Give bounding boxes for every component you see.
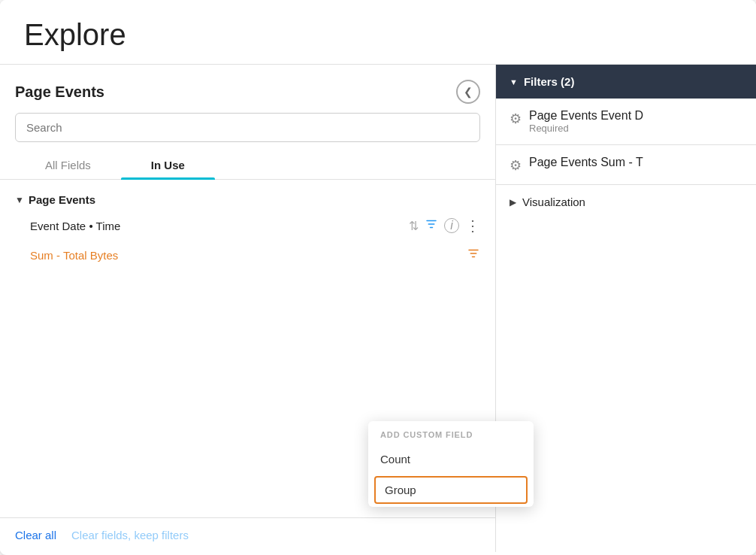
filter-text-2: Page Events Sum - T [529,156,643,169]
visualization-row[interactable]: ▶ Visualization [496,185,756,219]
filter-label-1: Page Events Event D [529,109,643,123]
filters-header-label: Filters (2) [524,75,575,88]
filters-header-arrow: ▼ [510,77,518,86]
filter-text-1: Page Events Event D Required [529,109,643,134]
bottom-actions: Clear all Clear fields, keep filters [0,517,495,552]
clear-fields-keep-filters-button[interactable]: Clear fields, keep filters [71,529,189,541]
more-icon[interactable]: ⋮ [465,217,480,235]
sort-icon[interactable]: ⇅ [409,219,419,233]
panel-header: Page Events ❮ [0,65,495,113]
field-name-event-date: Event Date • Time [30,220,403,232]
filter-item-1: ⚙ Page Events Event D Required [496,99,756,145]
field-name-sum-bytes: Sum - Total Bytes [30,249,461,262]
page-title: Explore [24,18,732,52]
field-row-event-date: Event Date • Time ⇅ i ⋮ [0,211,495,241]
filter-label-2: Page Events Sum - T [529,156,643,169]
field-row-sum-bytes: Sum - Total Bytes [0,241,495,270]
dropdown-popup: ADD CUSTOM FIELD Count Group [368,421,534,507]
main-layout: Page Events ❮ All Fields In Use [0,65,756,552]
collapse-button[interactable]: ❮ [456,80,480,104]
vis-label: Visualization [522,196,585,208]
search-wrapper [0,113,495,151]
filter-icon-blue[interactable] [425,217,438,235]
tab-all-fields[interactable]: All Fields [15,151,121,179]
tab-in-use[interactable]: In Use [121,151,215,179]
dropdown-item-group[interactable]: Group [374,476,528,504]
tabs-bar: All Fields In Use [0,151,495,180]
collapse-icon: ❮ [464,86,473,98]
section-label: Page Events [29,193,95,206]
filter-item-2: ⚙ Page Events Sum - T [496,145,756,185]
filter-gear-icon-1: ⚙ [510,111,522,127]
dropdown-section-header: ADD CUSTOM FIELD [368,421,534,445]
clear-all-button[interactable]: Clear all [15,529,56,541]
section-chevron-icon: ▼ [15,195,24,205]
left-panel: Page Events ❮ All Fields In Use [0,65,496,552]
section-header: ▼ Page Events [0,189,495,211]
filter-sublabel-1: Required [529,123,643,134]
filter-icon-orange[interactable] [467,247,480,264]
vis-chevron-icon: ▶ [510,197,516,208]
dropdown-item-count[interactable]: Count [368,445,534,473]
search-input[interactable] [15,113,480,142]
panel-title: Page Events [15,83,104,101]
info-icon[interactable]: i [444,218,459,233]
page-header: Explore [0,0,756,65]
right-panel: ▼ Filters (2) ⚙ Page Events Event D Requ… [496,65,756,552]
filter-gear-icon-2: ⚙ [510,157,522,174]
filters-header[interactable]: ▼ Filters (2) [496,65,756,99]
